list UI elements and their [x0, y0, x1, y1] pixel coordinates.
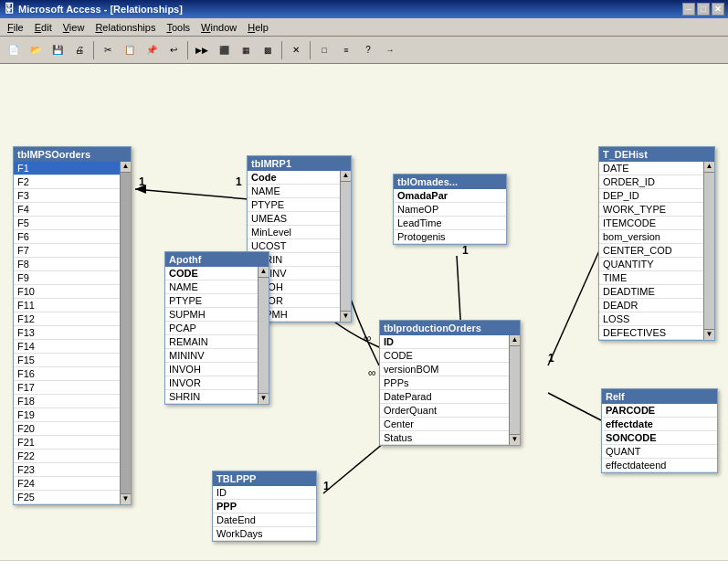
- cut-button[interactable]: ✂: [98, 40, 118, 60]
- field-protogenis[interactable]: Protogenis: [394, 230, 506, 244]
- field-f1[interactable]: F1: [14, 162, 120, 175]
- table-tblppp[interactable]: TBLPPP ID PPP DateEnd WorkDays: [212, 471, 317, 542]
- field-supmh-apothf[interactable]: SUPMH: [165, 308, 258, 322]
- field-soncode[interactable]: SONCODE: [602, 431, 717, 445]
- field-parcode[interactable]: PARCODE: [602, 404, 717, 418]
- field-umeas[interactable]: UMEAS: [248, 212, 340, 226]
- field-f12[interactable]: F12: [14, 312, 120, 326]
- delete-button[interactable]: ✕: [286, 40, 306, 60]
- field-f24[interactable]: F24: [14, 477, 120, 491]
- field-mininv-apothf[interactable]: MININV: [165, 349, 258, 363]
- field-shrin-apothf[interactable]: SHRIN: [165, 390, 258, 404]
- help-button[interactable]: ?: [358, 40, 378, 60]
- field-bomversion[interactable]: bom_version: [599, 230, 703, 244]
- menu-help[interactable]: Help: [242, 20, 274, 35]
- field-worktype[interactable]: WORK_TYPE: [599, 203, 703, 217]
- field-versionbom[interactable]: versionBOM: [380, 363, 509, 376]
- table-tblproductionorders[interactable]: tblproductionOrders ID CODE versionBOM P…: [379, 320, 521, 446]
- field-invor-apothf[interactable]: INVOR: [165, 376, 258, 390]
- field-f17[interactable]: F17: [14, 381, 120, 395]
- field-ppps[interactable]: PPPs: [380, 376, 509, 390]
- field-effectdateend[interactable]: effectdateend: [602, 459, 717, 472]
- field-ptype-apothf[interactable]: PTYPE: [165, 294, 258, 308]
- field-deadr[interactable]: DEADR: [599, 299, 703, 312]
- field-f20[interactable]: F20: [14, 422, 120, 436]
- field-loss[interactable]: LOSS: [599, 312, 703, 326]
- scroll-down[interactable]: ▼: [258, 393, 269, 404]
- field-f11[interactable]: F11: [14, 299, 120, 312]
- minimize-button[interactable]: ─: [682, 3, 695, 16]
- field-depid[interactable]: DEP_ID: [599, 189, 703, 203]
- menu-edit[interactable]: Edit: [29, 20, 58, 35]
- save-button[interactable]: 💾: [47, 40, 68, 60]
- tbimpsoorders-scrollbar[interactable]: ▲ ▼: [120, 162, 131, 504]
- undo-button[interactable]: ↩: [164, 40, 184, 60]
- field-f15[interactable]: F15: [14, 354, 120, 367]
- scroll-up[interactable]: ▲: [258, 267, 269, 278]
- scroll-up-arrow[interactable]: ▲: [121, 162, 131, 173]
- field-dateend[interactable]: DateEnd: [213, 513, 316, 527]
- scroll-down[interactable]: ▼: [510, 434, 520, 445]
- scroll-up[interactable]: ▲: [704, 162, 714, 173]
- field-f3[interactable]: F3: [14, 189, 120, 203]
- field-orderquant[interactable]: OrderQuant: [380, 404, 509, 418]
- field-f6[interactable]: F6: [14, 230, 120, 244]
- field-minlevel[interactable]: MinLevel: [248, 226, 340, 239]
- field-id-prod[interactable]: ID: [380, 335, 509, 349]
- maximize-button[interactable]: □: [697, 3, 710, 16]
- btn2[interactable]: ⬛: [214, 40, 234, 60]
- field-f5[interactable]: F5: [14, 217, 120, 230]
- scroll-down[interactable]: ▼: [704, 329, 714, 340]
- field-workdays[interactable]: WorkDays: [213, 527, 316, 541]
- field-f9[interactable]: F9: [14, 271, 120, 285]
- field-id-ppp[interactable]: ID: [213, 486, 316, 500]
- print-button[interactable]: 🖨: [69, 40, 90, 60]
- menu-tools[interactable]: Tools: [161, 20, 195, 35]
- misc-btn1[interactable]: □: [314, 40, 334, 60]
- tblprod-scrollbar[interactable]: ▲ ▼: [509, 335, 520, 445]
- tbimrp1-scrollbar[interactable]: ▲ ▼: [340, 171, 351, 322]
- field-deadtime[interactable]: DEADTIME: [599, 285, 703, 299]
- field-leadtime[interactable]: LeadTime: [394, 217, 506, 230]
- field-f8[interactable]: F8: [14, 258, 120, 271]
- field-date[interactable]: DATE: [599, 162, 703, 175]
- new-button[interactable]: 📄: [4, 40, 24, 60]
- apothf-scrollbar[interactable]: ▲ ▼: [258, 267, 269, 404]
- field-ptype[interactable]: PTYPE: [248, 198, 340, 212]
- scroll-up[interactable]: ▲: [341, 171, 351, 182]
- field-centercod[interactable]: CENTER_COD: [599, 244, 703, 258]
- field-omadapar[interactable]: OmadaPar: [394, 189, 506, 203]
- field-nameop[interactable]: NameOP: [394, 203, 506, 217]
- field-center[interactable]: Center: [380, 418, 509, 431]
- field-f10[interactable]: F10: [14, 285, 120, 299]
- field-code-prod[interactable]: CODE: [380, 349, 509, 363]
- field-status[interactable]: Status: [380, 431, 509, 445]
- misc-btn2[interactable]: ≡: [336, 40, 356, 60]
- table-tblomades[interactable]: tblOmades... OmadaPar NameOP LeadTime Pr…: [393, 174, 507, 245]
- field-quantity[interactable]: QUANTITY: [599, 258, 703, 271]
- field-f18[interactable]: F18: [14, 395, 120, 408]
- field-code-apothf[interactable]: CODE: [165, 267, 258, 280]
- field-f4[interactable]: F4: [14, 203, 120, 217]
- table-relf[interactable]: Relf PARCODE effectdate SONCODE QUANT ef…: [601, 388, 718, 473]
- menu-relationships[interactable]: Relationships: [90, 20, 161, 35]
- relationships-canvas[interactable]: 1 1 1 ∞ 1 ∞ 1 1 1 1 ∞ tbIMPSOorders F1 F…: [0, 64, 728, 560]
- field-f7[interactable]: F7: [14, 244, 120, 258]
- field-defectives[interactable]: DEFECTIVES: [599, 326, 703, 340]
- field-name[interactable]: NAME: [248, 185, 340, 198]
- field-effectdate[interactable]: effectdate: [602, 418, 717, 431]
- table-apothf[interactable]: Apothf CODE NAME PTYPE SUPMH PCAP REMAIN…: [164, 251, 269, 405]
- btn3[interactable]: ▦: [236, 40, 256, 60]
- field-f16[interactable]: F16: [14, 367, 120, 381]
- field-name-apothf[interactable]: NAME: [165, 280, 258, 294]
- field-dateparad[interactable]: DateParad: [380, 390, 509, 404]
- extra-btn[interactable]: →: [380, 40, 400, 60]
- field-pcap-apothf[interactable]: PCAP: [165, 322, 258, 335]
- field-f23[interactable]: F23: [14, 463, 120, 477]
- scroll-down-arrow[interactable]: ▼: [121, 493, 131, 504]
- field-ppp[interactable]: PPP: [213, 500, 316, 513]
- field-code[interactable]: Code: [248, 171, 340, 185]
- field-f14[interactable]: F14: [14, 340, 120, 354]
- field-quant[interactable]: QUANT: [602, 445, 717, 459]
- close-button[interactable]: ✕: [712, 3, 724, 16]
